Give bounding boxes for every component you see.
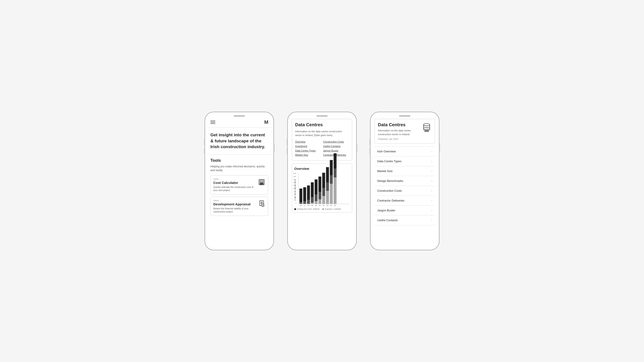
x-label-16: '16 [299, 205, 302, 206]
link-useful-contacts[interactable]: Useful Contacts [323, 144, 349, 149]
x-axis-labels: '16 '17 '18 '19 '20 '21 '22 '23 '24 '25 [298, 204, 350, 206]
svg-rect-7 [262, 184, 264, 184]
tool-name-2: Development Appraisal [213, 202, 256, 206]
header-description: Information on the data centre construct… [378, 129, 422, 136]
chart: Data Centre Capacity (MVA) 0 200 400 600… [294, 173, 350, 206]
svg-rect-4 [262, 183, 264, 183]
legend-label-enquiries: Enquiries: 1100MVA [325, 208, 341, 210]
vol-down-button [204, 148, 205, 154]
chevron-icon-6: › [431, 199, 432, 202]
nav-item-market-size[interactable]: Market Size › [374, 166, 435, 176]
tool-label-2: TOOL [213, 200, 256, 202]
chevron-icon-1: › [431, 150, 432, 153]
top-bar: M [207, 116, 272, 128]
x-label-25: '25 [334, 205, 336, 206]
tool-desc-1: Quickly estimate the construction cost o… [213, 186, 256, 192]
tool-card-cost-calculator[interactable]: TOOL Cost Calculator Quickly estimate th… [210, 175, 268, 194]
x-label-19: '19 [310, 205, 314, 206]
tools-title: Tools [210, 158, 268, 163]
svg-rect-3 [261, 183, 262, 183]
tools-section: Tools Helping you make informed decision… [207, 155, 272, 222]
svg-point-16 [424, 124, 430, 126]
link-jargon-buster[interactable]: Jargon Buster [323, 149, 349, 153]
data-centres-title: Data Centres [295, 122, 349, 127]
legend-label-existing: Existing from 2016: 250MVA [297, 208, 320, 210]
tool-card-development-appraisal[interactable]: TOOL Development Appraisal Assess the fi… [210, 197, 268, 216]
link-investment[interactable]: Investment [295, 144, 321, 149]
menu-icon[interactable] [210, 121, 215, 124]
svg-rect-1 [260, 180, 264, 182]
chevron-icon-7: › [431, 209, 432, 212]
y-axis-label: Data Centre Capacity (MVA) [294, 173, 297, 206]
overview-card: Overview Data Centre Capacity (MVA) 0 20… [292, 163, 352, 213]
nav-item-useful-contacts[interactable]: Useful Contacts › [374, 215, 435, 225]
hero-text: Get insight into the current & future la… [210, 132, 268, 150]
power-button [274, 143, 274, 151]
link-overview[interactable]: Overview [295, 140, 321, 144]
chevron-icon-8: › [431, 219, 432, 222]
vol-up-button-3 [370, 139, 370, 145]
x-label-24: '24 [330, 205, 332, 206]
power-button-2 [356, 143, 357, 151]
bar-17 [303, 187, 306, 204]
x-label-18: '18 [307, 205, 310, 206]
nav-item-irish-overview[interactable]: Irish Overview › [374, 146, 435, 156]
published-date: Published: Jan 2019 [378, 138, 422, 140]
x-label-22: '22 [322, 205, 325, 206]
bar-25 [334, 153, 336, 204]
bar-16 [300, 189, 302, 204]
data-centres-header: Data Centres Information on the data cen… [374, 119, 435, 144]
data-centres-card: Data Centres Information on the data cen… [292, 119, 352, 161]
tools-description: Helping you make informed decisions, qui… [210, 165, 268, 172]
vol-up-button-2 [287, 139, 288, 145]
navigation-links: Overview Investment Data Centre Types Ma… [295, 140, 349, 157]
legend-enquiries: Enquiries: 1100MVA [322, 208, 341, 210]
bar-24 [330, 160, 333, 204]
logo: M [264, 119, 268, 125]
x-label-20: '20 [314, 205, 317, 206]
legend-dot-black [294, 208, 296, 210]
x-label-21: '21 [318, 205, 321, 206]
x-label-23: '23 [326, 205, 329, 206]
hero-section: Get insight into the current & future la… [207, 128, 272, 155]
chart-legend: Existing from 2016: 250MVA Enquiries: 11… [294, 208, 350, 210]
nav-item-jargon-buster[interactable]: Jargon Buster › [374, 206, 435, 215]
header-title: Data Centres [378, 122, 422, 127]
legend-existing: Existing from 2016: 250MVA [294, 208, 320, 210]
bar-21 [318, 177, 321, 204]
phone-1: M Get insight into the current & future … [204, 112, 274, 250]
phone-3: Data Centres Information on the data cen… [370, 112, 440, 250]
phone-3-screen: Data Centres Information on the data cen… [372, 116, 437, 246]
link-data-centre-types[interactable]: Data Centre Types [295, 149, 321, 153]
bar-23 [326, 167, 329, 204]
vol-down-button-3 [370, 148, 370, 154]
chevron-icon-3: › [431, 170, 432, 173]
chart-bars: 0 200 400 600 800 1000 1200 1400 1600 18… [298, 173, 350, 204]
svg-rect-5 [260, 184, 261, 184]
bar-22 [322, 173, 325, 204]
power-button-3 [439, 143, 440, 151]
link-construction-costs[interactable]: Construction Costs [323, 140, 349, 144]
nav-item-data-centre-types[interactable]: Data Centre Types › [374, 156, 435, 166]
chevron-icon-5: › [431, 189, 432, 192]
nav-item-design-benchmarks[interactable]: Design Benchmarks › [374, 176, 435, 186]
bar-20 [314, 179, 318, 204]
appraisal-icon [258, 200, 265, 209]
chart-area: 0 200 400 600 800 1000 1200 1400 1600 18… [298, 173, 350, 206]
calculator-icon [258, 179, 265, 187]
nav-item-construction-costs[interactable]: Construction Costs › [374, 186, 435, 196]
phones-container: M Get insight into the current & future … [204, 112, 440, 250]
database-icon [422, 122, 432, 133]
link-market-size[interactable]: Market Size [295, 153, 321, 157]
bar-18 [307, 185, 310, 204]
nav-item-contractor-deliveries[interactable]: Contractor Deliveries › [374, 196, 435, 206]
phone-2: Data Centres Information on the data cen… [287, 112, 357, 250]
tool-label-1: TOOL [213, 178, 256, 180]
nav-list: Irish Overview › Data Centre Types › Mar… [374, 146, 435, 225]
svg-rect-2 [260, 183, 261, 183]
phone-2-screen: Data Centres Information on the data cen… [290, 116, 354, 246]
svg-rect-6 [261, 184, 262, 184]
chevron-icon-4: › [431, 179, 432, 183]
phone-1-screen: M Get insight into the current & future … [207, 116, 272, 246]
vol-up-button [204, 139, 205, 145]
